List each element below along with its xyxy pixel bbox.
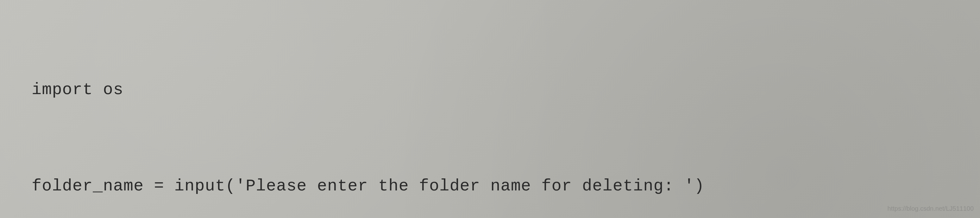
code-block: import os folder_name = input('Please en… (32, 10, 948, 218)
code-line-2: folder_name = input('Please enter the fo… (32, 170, 948, 202)
watermark-text: https://blog.csdn.net/LJ511100 (888, 202, 974, 215)
code-line-1: import os (32, 74, 948, 106)
